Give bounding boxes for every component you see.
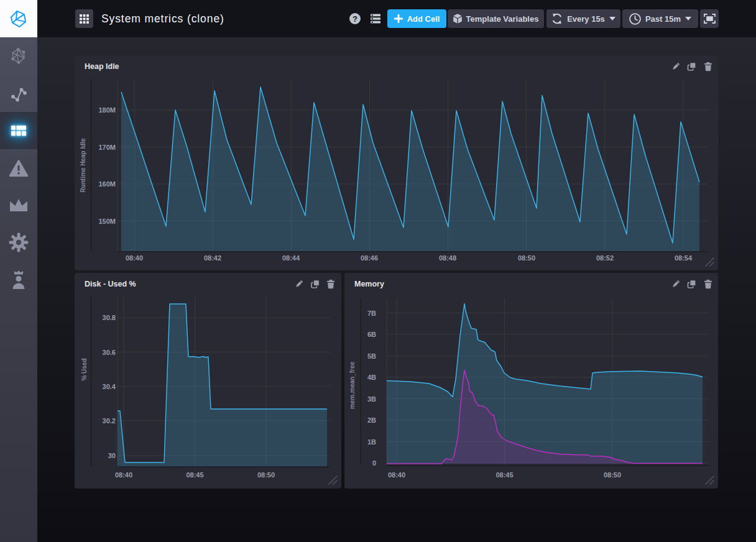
svg-text:% Used: % Used	[81, 358, 88, 380]
svg-text:08:40: 08:40	[388, 471, 405, 479]
svg-text:08:52: 08:52	[596, 254, 614, 262]
svg-text:2B: 2B	[367, 416, 376, 424]
svg-text:08:50: 08:50	[604, 471, 621, 479]
svg-text:08:44: 08:44	[282, 254, 300, 262]
svg-text:30: 30	[108, 452, 116, 459]
svg-text:7B: 7B	[367, 310, 376, 317]
svg-text:08:48: 08:48	[439, 254, 456, 262]
svg-text:Memory: Memory	[354, 280, 384, 288]
svg-text:08:50: 08:50	[257, 471, 275, 479]
svg-text:08:45: 08:45	[496, 471, 513, 479]
svg-text:5B: 5B	[367, 352, 376, 360]
svg-text:08:54: 08:54	[675, 254, 693, 262]
svg-text:Disk - Used %: Disk - Used %	[85, 280, 136, 288]
svg-text:mem.mean_free: mem.mean_free	[349, 361, 356, 409]
svg-text:4B: 4B	[367, 374, 376, 381]
svg-text:160M: 160M	[98, 180, 116, 188]
svg-text:180M: 180M	[98, 106, 116, 114]
svg-text:150M: 150M	[98, 218, 116, 225]
svg-text:30.2: 30.2	[103, 417, 116, 425]
svg-text:08:42: 08:42	[204, 254, 221, 262]
svg-text:08:46: 08:46	[361, 254, 378, 262]
svg-text:30.6: 30.6	[103, 349, 116, 356]
svg-text:08:40: 08:40	[126, 254, 143, 262]
svg-text:170M: 170M	[98, 144, 116, 151]
svg-text:08:40: 08:40	[115, 471, 132, 479]
svg-text:?: ?	[353, 14, 357, 24]
svg-text:6B: 6B	[367, 331, 376, 338]
svg-text:Heap Idle: Heap Idle	[85, 62, 119, 71]
svg-text:30.8: 30.8	[103, 314, 116, 321]
svg-text:08:50: 08:50	[518, 254, 535, 262]
svg-text:Runtime Heap Idle: Runtime Heap Idle	[80, 138, 86, 193]
svg-text:1B: 1B	[367, 438, 376, 446]
svg-text:3B: 3B	[367, 395, 376, 403]
svg-text:08:45: 08:45	[186, 471, 203, 479]
svg-text:0: 0	[372, 459, 376, 467]
svg-text:30.4: 30.4	[103, 383, 116, 390]
